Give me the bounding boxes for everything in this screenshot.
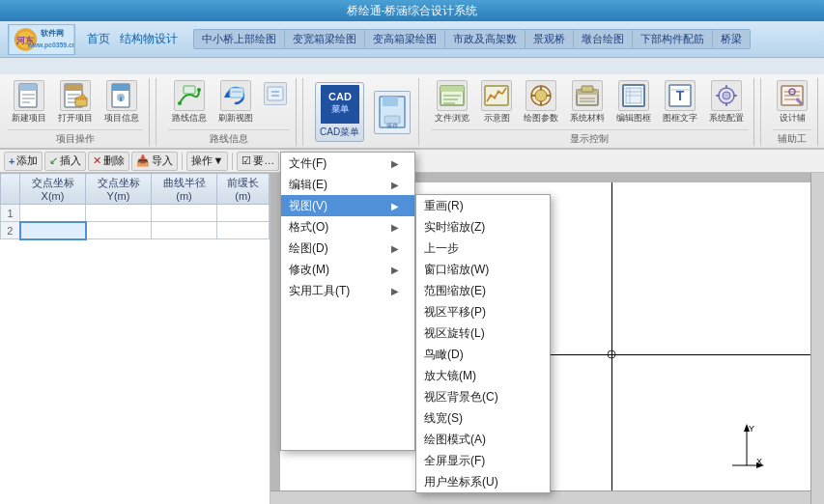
submenu-redraw[interactable]: 重画(R) (416, 195, 550, 216)
design-assist-button[interactable]: 设计辅 (773, 78, 811, 126)
col-num (1, 174, 20, 205)
ribbon-group-route: 路线信息 刷新视图 (162, 78, 297, 146)
project-info-button[interactable]: i 项目信息 (100, 78, 143, 126)
svg-rect-7 (19, 84, 37, 91)
menu-view-label: 视图(V) (289, 198, 327, 214)
nav-scenic[interactable]: 景观桥 (526, 30, 574, 48)
submenu-pan[interactable]: 视区平移(P) (416, 301, 550, 322)
scroll-vertical[interactable] (810, 173, 824, 504)
delete-button[interactable]: ✕ 删除 (88, 152, 129, 171)
col-x: 交点坐标X(m) (20, 174, 86, 205)
submenu-extent-zoom[interactable]: 范围缩放(E) (416, 280, 550, 301)
requirement-label: 要… (253, 154, 274, 168)
submenu-draw-mode[interactable]: 绘图模式(A) (416, 429, 550, 450)
nav-home[interactable]: 首页 (87, 31, 110, 47)
submenu-magnifier[interactable]: 放大镜(M) (416, 365, 550, 386)
menu-overlay: 文件(F) ▶ 编辑(E) ▶ 视图(V) ▶ 格式(O) ▶ 绘图(D) ▶ … (280, 152, 551, 451)
row-1-y[interactable] (86, 205, 152, 222)
operation-button[interactable]: 操作▼ (186, 152, 228, 171)
diagram-button[interactable]: 示意图 (477, 78, 516, 126)
nav-tall-box[interactable]: 变高箱梁绘图 (365, 30, 445, 48)
menu-file[interactable]: 文件(F) ▶ (281, 153, 414, 174)
menu-utility[interactable]: 实用工具(T) ▶ (281, 280, 414, 301)
menu-edit[interactable]: 编辑(E) ▶ (281, 174, 414, 195)
nav-small-bridge[interactable]: 中小桥上部绘图 (194, 30, 285, 48)
row-1-x[interactable] (20, 205, 86, 222)
row-1-radius[interactable] (152, 205, 217, 222)
submenu-linewidth[interactable]: 线宽(S) (416, 407, 550, 429)
nav-structure[interactable]: 结构物设计 (120, 31, 178, 47)
submenu-birdview[interactable]: 鸟瞰(D) (416, 344, 550, 365)
submenu-extent-zoom-label: 范围缩放(E) (424, 283, 486, 299)
svg-text:www.pc0359.cn: www.pc0359.cn (26, 41, 74, 48)
open-project-button[interactable]: 打开项目 (54, 78, 97, 126)
submenu-bgcolor[interactable]: 视区背景色(C) (416, 386, 550, 407)
svg-rect-26 (230, 88, 243, 98)
frame-text-button[interactable]: T 图框文字 (659, 78, 701, 126)
materials-icon (572, 80, 603, 111)
separator-2 (232, 153, 233, 170)
row-2-radius[interactable] (152, 222, 217, 239)
menu-draw[interactable]: 绘图(D) ▶ (281, 238, 414, 259)
submenu-window-zoom[interactable]: 窗口缩放(W) (416, 259, 550, 280)
file-browser-button[interactable]: 文件浏览 (431, 78, 473, 126)
ribbon-items-assist: 设计辅 (773, 78, 811, 127)
row-2-y[interactable] (86, 222, 152, 239)
submenu-fullscreen[interactable]: 全屏显示(F) (416, 450, 550, 471)
nav-bridge[interactable]: 桥梁 (713, 30, 750, 48)
requirement-button[interactable]: ☑ 要… (237, 152, 279, 171)
svg-point-48 (497, 91, 500, 94)
svg-text:CAD: CAD (328, 91, 352, 102)
submenu-birdview-label: 鸟瞰(D) (424, 347, 464, 363)
row-2-x[interactable] (20, 222, 86, 239)
nav-municipal[interactable]: 市政及高架数 (445, 30, 526, 48)
submenu-prev-step[interactable]: 上一步 (416, 238, 550, 259)
submenu-rotate-label: 视区旋转(L) (424, 325, 485, 342)
delete-label: 删除 (103, 154, 125, 168)
row-2-length[interactable] (217, 222, 270, 239)
refresh-view-button[interactable]: 刷新视图 (214, 78, 257, 126)
system-config-button[interactable]: 系统配置 (705, 78, 748, 126)
axis-indicator: Y X (727, 422, 766, 470)
submenu-pan-label: 视区平移(P) (424, 304, 486, 321)
import-button[interactable]: 📥 导入 (131, 152, 178, 171)
separator-1 (182, 153, 183, 170)
submenu-realtime-zoom[interactable]: 实时缩放(Z) (416, 216, 550, 238)
insert-icon: ↙ (49, 154, 58, 167)
edit-frame-button[interactable]: 编辑图框 (612, 78, 655, 126)
add-button[interactable]: + 添加 (4, 152, 43, 171)
submenu-ucs[interactable]: 用户坐标系(U) (416, 471, 550, 492)
menu-modify[interactable]: 修改(M) ▶ (281, 259, 414, 280)
nav-rebar[interactable]: 下部构件配筋 (633, 30, 713, 48)
save-icon-area[interactable]: 保存 (374, 91, 411, 134)
crosshair-marker (606, 349, 617, 360)
nav-pier[interactable]: 墩台绘图 (574, 30, 633, 48)
materials-button[interactable]: 系统材料 (566, 78, 609, 126)
route-info-icon (174, 80, 205, 111)
svg-text:i: i (120, 95, 122, 103)
left-panel: 交点坐标X(m) 交点坐标Y(m) 曲线半径(m) 前缓长(m) 1 2 (0, 173, 270, 504)
insert-button[interactable]: ↙ 插入 (44, 152, 86, 171)
frame-text-label: 图框文字 (663, 112, 697, 125)
submenu-fullscreen-label: 全屏显示(F) (424, 453, 485, 469)
col-y: 交点坐标Y(m) (86, 174, 152, 205)
draw-params-button[interactable]: 绘图参数 (520, 78, 562, 126)
new-project-label: 新建项目 (12, 112, 46, 125)
row-1-length[interactable] (217, 205, 270, 222)
submenu-prev-step-label: 上一步 (424, 240, 459, 257)
cad-menu-button[interactable]: CAD 菜单 CAD菜单 (315, 82, 364, 142)
nav-wide-box[interactable]: 变宽箱梁绘图 (285, 30, 365, 48)
new-project-button[interactable]: 新建项目 (8, 78, 50, 126)
route-info-button[interactable]: 路线信息 (168, 78, 211, 126)
svg-rect-41 (440, 86, 464, 92)
menu-view-arrow: ▶ (391, 201, 399, 211)
svg-text:菜单: 菜单 (331, 104, 350, 114)
cad-menu-icon: CAD 菜单 (321, 85, 359, 124)
menu-view[interactable]: 视图(V) ▶ (281, 195, 414, 216)
menu-format[interactable]: 格式(O) ▶ (281, 216, 414, 238)
submenu-realtime-zoom-label: 实时缩放(Z) (424, 219, 485, 236)
cad-menu-label: CAD菜单 (320, 126, 359, 139)
ribbon-items-display: 文件浏览 示意图 (431, 78, 748, 127)
extra-sm-button[interactable] (261, 80, 290, 107)
submenu-rotate[interactable]: 视区旋转(L) (416, 322, 550, 344)
